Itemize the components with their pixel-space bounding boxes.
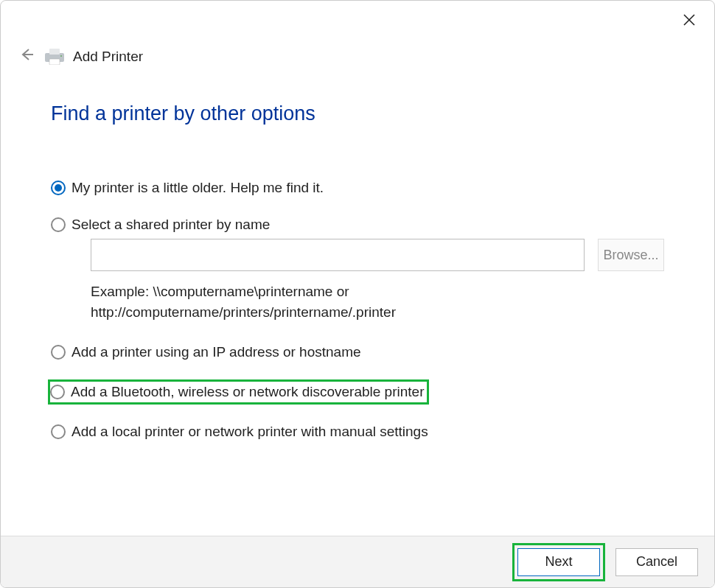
shared-printer-sub: Browse... Example: \\computername\printe…: [91, 239, 664, 322]
shared-printer-name-input[interactable]: [91, 239, 585, 271]
options-group: My printer is a little older. Help me fi…: [51, 178, 664, 459]
titlebar: [1, 1, 714, 38]
page-heading: Find a printer by other options: [51, 102, 664, 125]
radio-ip-address[interactable]: [51, 345, 66, 360]
cancel-button[interactable]: Cancel: [615, 548, 698, 576]
window-title: Add Printer: [73, 49, 143, 65]
example-line2: http://computername/printers/printername…: [91, 304, 396, 320]
footer: Next Cancel: [1, 536, 714, 587]
radio-older-printer[interactable]: [51, 181, 66, 195]
example-line1: Example: \\computername\printername or: [91, 284, 349, 299]
option-local-printer[interactable]: Add a local printer or network printer w…: [51, 422, 664, 441]
close-icon[interactable]: [679, 10, 700, 30]
option-label: Select a shared printer by name: [72, 217, 270, 233]
option-label: Add a printer using an IP address or hos…: [72, 344, 361, 360]
option-label: Add a local printer or network printer w…: [72, 424, 428, 440]
option-label: My printer is a little older. Help me fi…: [72, 180, 324, 196]
browse-button[interactable]: Browse...: [598, 239, 664, 271]
header-row: Add Printer: [1, 38, 714, 67]
content: Find a printer by other options My print…: [1, 67, 714, 459]
next-button[interactable]: Next: [517, 548, 600, 576]
radio-bluetooth-wireless[interactable]: [50, 385, 65, 399]
back-arrow-icon[interactable]: [17, 46, 36, 67]
option-label: Add a Bluetooth, wireless or network dis…: [71, 384, 424, 400]
svg-rect-5: [49, 59, 60, 65]
printer-icon: [43, 49, 66, 65]
option-older-printer[interactable]: My printer is a little older. Help me fi…: [51, 178, 664, 197]
next-highlight: Next: [512, 543, 605, 581]
radio-local-printer[interactable]: [51, 424, 66, 439]
option-ip-address[interactable]: Add a printer using an IP address or hos…: [51, 343, 664, 362]
svg-point-6: [60, 55, 62, 57]
option-shared-printer[interactable]: Select a shared printer by name: [51, 215, 664, 234]
option-bluetooth-wireless[interactable]: Add a Bluetooth, wireless or network dis…: [48, 379, 429, 405]
example-text: Example: \\computername\printername or h…: [91, 281, 664, 322]
svg-rect-4: [49, 49, 60, 55]
shared-input-row: Browse...: [91, 239, 664, 271]
radio-shared-printer[interactable]: [51, 217, 66, 232]
